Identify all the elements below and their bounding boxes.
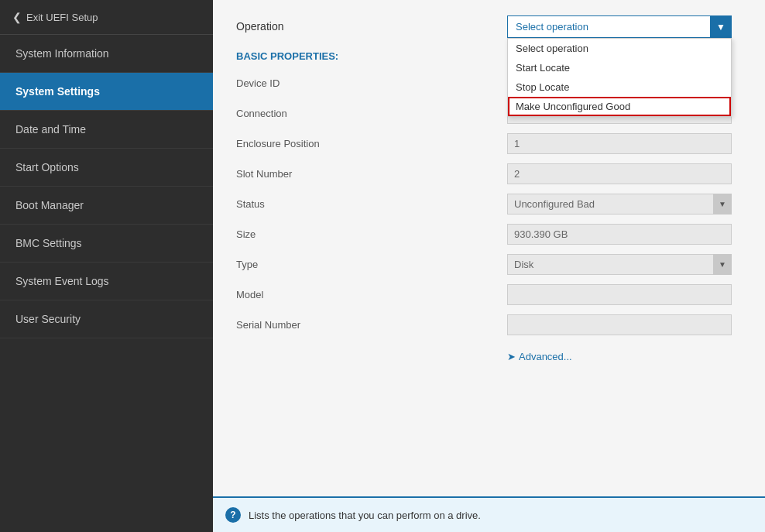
sidebar-item-user-security[interactable]: User Security (0, 300, 213, 338)
dropdown-item-select-operation[interactable]: Select operation (508, 39, 731, 58)
label-size: Size (236, 228, 507, 240)
select-status[interactable]: Unconfigured BadConfigured GoodUnconfigu… (507, 194, 732, 215)
operation-dropdown-menu: Select operationStart LocateStop LocateM… (507, 38, 732, 117)
form-row-type: TypeDiskSSDNVMe▼ (236, 254, 742, 275)
sidebar-item-date-and-time[interactable]: Date and Time (0, 111, 213, 149)
operation-row: Operation Select operation ▼ Select oper… (236, 15, 742, 38)
sidebar-item-system-information[interactable]: System Information (0, 35, 213, 73)
sidebar-item-boot-manager[interactable]: Boot Manager (0, 187, 213, 225)
label-slot-number: Slot Number (236, 168, 507, 180)
advanced-label: Advanced... (519, 351, 572, 362)
label-serial-number: Serial Number (236, 319, 507, 331)
select-wrapper-status: Unconfigured BadConfigured GoodUnconfigu… (507, 194, 732, 215)
input-size[interactable] (507, 224, 732, 245)
input-slot-number[interactable] (507, 163, 732, 184)
sidebar-item-start-options[interactable]: Start Options (0, 149, 213, 187)
exit-uefi-label: Exit UEFI Setup (26, 12, 98, 23)
label-enclosure-position: Enclosure Position (236, 138, 507, 149)
form-row-status: StatusUnconfigured BadConfigured GoodUnc… (236, 194, 742, 215)
operation-selected-value: Select operation (516, 21, 588, 33)
exit-chevron-icon: ❮ (12, 11, 22, 23)
label-type: Type (236, 259, 507, 270)
form-row-slot-number: Slot Number (236, 163, 742, 184)
operation-dropdown-container: Select operation ▼ Select operationStart… (507, 15, 732, 38)
operation-select[interactable]: Select operation (507, 15, 732, 38)
advanced-link[interactable]: ➤ Advanced... (507, 351, 572, 362)
form-row-size: Size (236, 224, 742, 245)
select-type[interactable]: DiskSSDNVMe (507, 254, 732, 275)
select-wrapper-type: DiskSSDNVMe▼ (507, 254, 732, 275)
advanced-prefix-icon: ➤ (507, 351, 516, 362)
sidebar-item-system-event-logs[interactable]: System Event Logs (0, 263, 213, 300)
sidebar-nav: System InformationSystem SettingsDate an… (0, 35, 213, 338)
info-bar: ? Lists the operations that you can perf… (213, 496, 765, 532)
form-row-model: Model (236, 284, 742, 305)
label-model: Model (236, 289, 507, 300)
operation-label: Operation (236, 15, 507, 33)
label-connection: Connection (236, 108, 507, 119)
dropdown-item-start-locate[interactable]: Start Locate (508, 58, 731, 77)
content-area: Operation Select operation ▼ Select oper… (213, 0, 765, 496)
sidebar: ❮ Exit UEFI Setup System InformationSyst… (0, 0, 213, 532)
dropdown-menu-items: Select operationStart LocateStop LocateM… (508, 39, 731, 116)
main-content: Operation Select operation ▼ Select oper… (213, 0, 765, 532)
input-model[interactable] (507, 284, 732, 305)
info-icon: ? (225, 507, 241, 523)
sidebar-item-system-settings[interactable]: System Settings (0, 73, 213, 111)
form-row-serial-number: Serial Number (236, 314, 742, 335)
label-device-id: Device ID (236, 77, 507, 89)
dropdown-item-make-unconfigured-good[interactable]: Make Unconfigured Good (508, 97, 731, 116)
dropdown-item-stop-locate[interactable]: Stop Locate (508, 77, 731, 97)
info-bar-text: Lists the operations that you can perfor… (249, 510, 481, 521)
input-serial-number[interactable] (507, 314, 732, 335)
form-row-enclosure-position: Enclosure Position (236, 133, 742, 154)
exit-uefi-button[interactable]: ❮ Exit UEFI Setup (0, 0, 213, 35)
label-status: Status (236, 198, 507, 210)
sidebar-item-bmc-settings[interactable]: BMC Settings (0, 225, 213, 263)
input-enclosure-position[interactable] (507, 133, 732, 154)
